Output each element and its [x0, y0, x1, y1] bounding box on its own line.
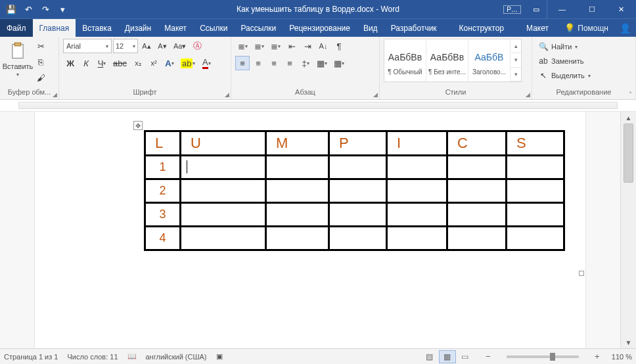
table-cell[interactable]: 4 [145, 227, 181, 250]
table-row[interactable]: L U M P I C S [145, 131, 564, 156]
dialog-launcher-icon[interactable]: ◢ [526, 91, 530, 98]
select-button[interactable]: ↖Выделить▾ [536, 69, 593, 82]
highlight-button[interactable]: ab▾ [178, 56, 198, 70]
borders-button[interactable]: ▦▾ [331, 56, 347, 70]
align-right-button[interactable]: ≡ [267, 56, 281, 70]
tab-insert[interactable]: Вставка [76, 19, 118, 37]
scroll-track[interactable] [621, 124, 636, 336]
table-row[interactable]: 1 [145, 156, 564, 179]
table-row[interactable]: 3 [145, 203, 564, 227]
zoom-slider[interactable] [507, 355, 579, 358]
bold-button[interactable]: Ж [63, 56, 78, 70]
justify-button[interactable]: ≡ [283, 56, 297, 70]
zoom-out-button[interactable]: − [483, 352, 493, 361]
font-color-button[interactable]: A▾ [199, 56, 214, 70]
font-size-combo[interactable]: 12▾ [113, 39, 138, 53]
undo-button[interactable]: ↶ [21, 2, 35, 16]
bullets-button[interactable]: ≣▾ [235, 39, 250, 53]
profile-badge[interactable]: Р… [503, 5, 521, 14]
cut-button[interactable]: ✂ [34, 39, 48, 53]
line-spacing-button[interactable]: ‡▾ [298, 56, 313, 70]
tab-home[interactable]: Главная [33, 19, 76, 37]
tell-me-search[interactable]: 💡Помощн [559, 19, 614, 37]
styles-scroll[interactable]: ▴▾▾ [511, 39, 521, 81]
style-no-spacing[interactable]: АаБбВв ¶ Без инте... [426, 39, 468, 81]
proofing-icon[interactable]: 📖 [127, 352, 137, 361]
underline-button[interactable]: Ч▾ [95, 56, 109, 70]
clear-formatting-button[interactable]: Ⓐ [190, 39, 204, 53]
tab-review[interactable]: Рецензирование [283, 19, 357, 37]
close-button[interactable]: ✕ [606, 0, 636, 18]
tab-file[interactable]: Файл [0, 19, 33, 37]
table-cell[interactable]: 3 [145, 203, 181, 227]
text-effects-button[interactable]: A▾ [162, 56, 177, 70]
minimize-button[interactable]: — [547, 0, 577, 18]
zoom-thumb[interactable] [550, 353, 555, 361]
status-word-count[interactable]: Число слов: 11 [67, 353, 118, 361]
table-cell[interactable]: M [266, 131, 329, 156]
macro-record-icon[interactable]: ▣ [216, 352, 223, 361]
table-cell[interactable]: I [387, 131, 447, 156]
tab-design[interactable]: Дизайн [118, 19, 158, 37]
collapse-ribbon-button[interactable]: ˄ [629, 91, 632, 98]
print-layout-button[interactable]: ▦ [439, 350, 456, 363]
qat-customize-button[interactable]: ▾ [55, 2, 70, 16]
table-row[interactable]: 2 [145, 179, 564, 203]
strikethrough-button[interactable]: abc [110, 56, 129, 70]
table-resize-handle[interactable] [579, 271, 584, 276]
grow-font-button[interactable]: A▴ [139, 39, 154, 53]
table-cell[interactable]: U [181, 131, 266, 156]
ribbon-display-options-button[interactable]: ▭ [525, 0, 547, 18]
change-case-button[interactable]: Aa▾ [171, 39, 189, 53]
table-move-handle[interactable]: ✥ [133, 121, 143, 130]
horizontal-ruler[interactable] [0, 100, 636, 112]
find-button[interactable]: 🔍Найти▾ [536, 40, 593, 53]
save-button[interactable]: 💾 [4, 2, 18, 16]
maximize-button[interactable]: ☐ [577, 0, 606, 18]
tab-table-design[interactable]: Конструктор [453, 19, 511, 37]
numbering-button[interactable]: ≣▾ [252, 39, 267, 53]
tab-layout[interactable]: Макет [158, 19, 193, 37]
format-painter-button[interactable]: 🖌 [34, 70, 48, 85]
styles-gallery[interactable]: АаБбВв ¶ Обычный АаБбВв ¶ Без инте... Аа… [384, 39, 522, 82]
status-page[interactable]: Страница 1 из 1 [4, 353, 58, 361]
align-left-button[interactable]: ≡ [235, 56, 250, 70]
scroll-thumb[interactable] [624, 124, 633, 183]
table-cell[interactable] [181, 156, 266, 179]
tab-mailings[interactable]: Рассылки [234, 19, 283, 37]
paste-button[interactable]: Вставить▾ [4, 39, 32, 82]
shading-button[interactable]: ▦▾ [314, 56, 330, 70]
italic-button[interactable]: К [79, 56, 93, 70]
shrink-font-button[interactable]: A▾ [155, 39, 170, 53]
table-cell[interactable]: 1 [145, 156, 181, 179]
scroll-up-button[interactable]: ▲ [621, 112, 636, 124]
table-cell[interactable]: C [447, 131, 507, 156]
table-row[interactable]: 4 [145, 227, 564, 250]
document-table[interactable]: L U M P I C S 1 2 3 4 [144, 130, 565, 251]
replace-button[interactable]: abЗаменить [536, 55, 593, 68]
share-button[interactable]: 👤 [614, 19, 636, 37]
style-normal[interactable]: АаБбВв ¶ Обычный [384, 39, 426, 81]
copy-button[interactable]: ⎘ [34, 55, 48, 69]
dialog-launcher-icon[interactable]: ◢ [53, 91, 57, 98]
tab-table-layout[interactable]: Макет [520, 19, 555, 37]
align-center-button[interactable]: ≡ [251, 56, 265, 70]
tab-developer[interactable]: Разработчик [384, 19, 443, 37]
show-marks-button[interactable]: ¶ [332, 39, 346, 53]
scroll-down-button[interactable]: ▼ [621, 336, 636, 348]
redo-button[interactable]: ↷ [38, 2, 53, 16]
table-cell[interactable]: P [329, 131, 387, 156]
zoom-level[interactable]: 110 % [612, 353, 632, 361]
status-language[interactable]: английский (США) [146, 353, 207, 361]
sort-button[interactable]: A↓ [316, 39, 330, 53]
table-cell[interactable]: S [507, 131, 564, 156]
dialog-launcher-icon[interactable]: ◢ [225, 91, 229, 98]
subscript-button[interactable]: x₂ [131, 56, 145, 70]
web-layout-button[interactable]: ▭ [457, 350, 474, 363]
decrease-indent-button[interactable]: ⇤ [284, 39, 299, 53]
zoom-in-button[interactable]: + [592, 352, 602, 361]
multilevel-list-button[interactable]: ≣▾ [268, 39, 283, 53]
increase-indent-button[interactable]: ⇥ [300, 39, 315, 53]
read-mode-button[interactable]: ▤ [421, 350, 438, 363]
table-cell[interactable]: 2 [145, 179, 181, 203]
